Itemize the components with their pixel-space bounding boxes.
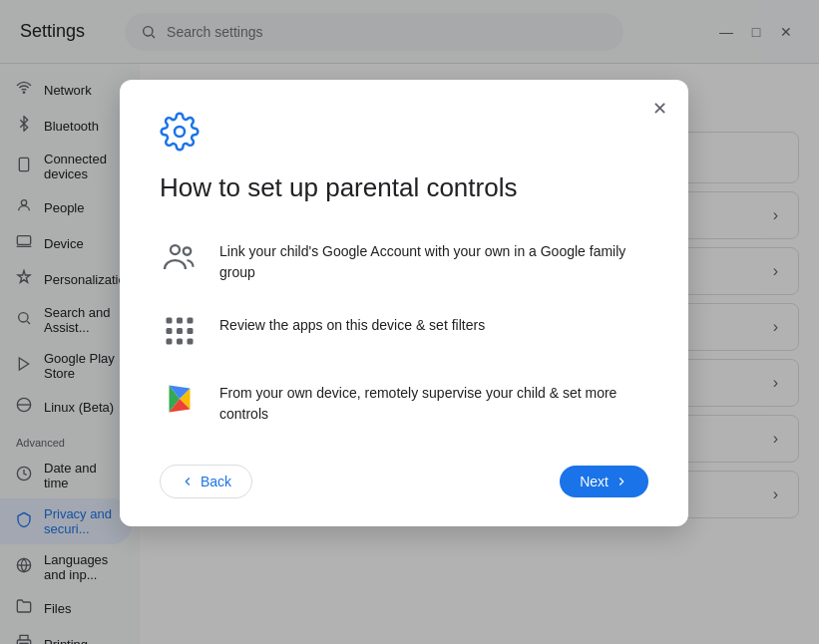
dialog-close-button[interactable]: ✕ <box>644 94 674 124</box>
svg-rect-29 <box>188 338 194 344</box>
svg-rect-28 <box>177 338 183 344</box>
dialog-step-3: From your own device, remotely supervise… <box>160 379 648 425</box>
svg-rect-26 <box>188 328 194 334</box>
svg-rect-27 <box>167 338 173 344</box>
dialog-steps: Link your child's Google Account with yo… <box>160 237 648 425</box>
next-chevron-icon <box>614 475 628 488</box>
svg-rect-23 <box>188 317 194 323</box>
svg-rect-25 <box>177 328 183 334</box>
svg-point-18 <box>175 127 185 137</box>
dialog-step-1: Link your child's Google Account with yo… <box>160 237 648 283</box>
next-button[interactable]: Next <box>560 466 648 497</box>
svg-rect-24 <box>167 328 173 334</box>
app-window: Settings — □ ✕ Network <box>0 0 819 644</box>
back-button-label: Back <box>201 474 231 489</box>
google-colors-icon <box>160 379 200 419</box>
parental-controls-dialog: ✕ How to set up parental controls <box>120 80 688 526</box>
back-button[interactable]: Back <box>160 465 252 498</box>
dialog-step-1-text: Link your child's Google Account with yo… <box>219 237 648 283</box>
dialog-footer: Back Next <box>160 465 648 498</box>
next-button-label: Next <box>580 474 609 489</box>
dialog-step-3-text: From your own device, remotely supervise… <box>219 379 648 425</box>
svg-point-20 <box>184 247 192 255</box>
dialog-title: How to set up parental controls <box>160 171 648 205</box>
dialog-gear-icon <box>160 112 648 156</box>
svg-point-19 <box>171 245 180 254</box>
back-chevron-icon <box>181 475 195 488</box>
svg-rect-21 <box>167 317 173 323</box>
dialog-step-2: Review the apps on this device & set fil… <box>160 311 648 351</box>
family-icon <box>160 237 200 277</box>
svg-rect-22 <box>177 317 183 323</box>
apps-icon <box>160 311 200 351</box>
dialog-step-2-text: Review the apps on this device & set fil… <box>219 311 485 336</box>
